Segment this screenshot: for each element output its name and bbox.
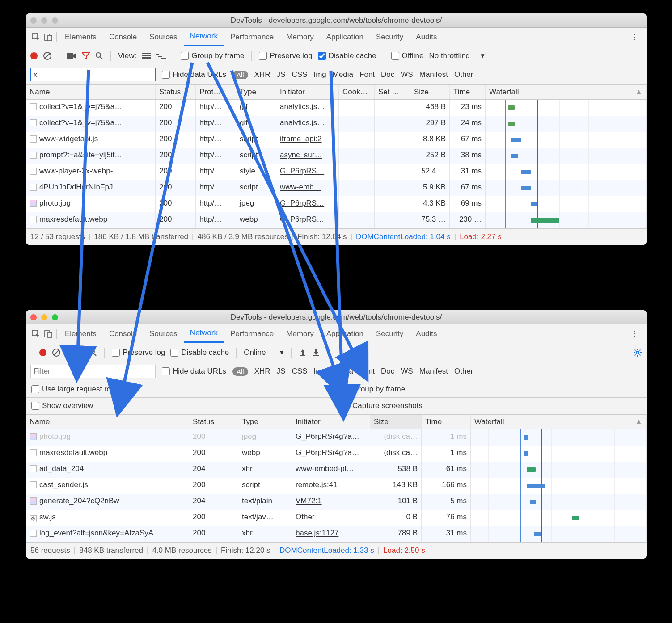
table-row[interactable]: prompt?t=a&site=ylj5if…200http/…scriptas… (26, 148, 647, 164)
device-icon[interactable] (42, 328, 55, 340)
filter-type-js[interactable]: JS (277, 70, 286, 79)
group-by-frame-checkbox[interactable]: Group by frame (181, 51, 244, 60)
tab-console[interactable]: Console (103, 324, 143, 343)
filter-type-img[interactable]: Img (313, 70, 326, 79)
filter-type-ws[interactable]: WS (401, 70, 413, 79)
table-row[interactable]: cast_sender.js200scriptremote.js:41143 K… (26, 478, 647, 494)
tab-elements[interactable]: Elements (59, 28, 103, 46)
column-waterfall[interactable]: Waterfall▲ (486, 85, 647, 99)
table-row[interactable]: sw.js200text/jav…Other0 B76 ms (26, 510, 647, 526)
table-row[interactable]: photo.jpg200jpegG_P6rpRSr4g?a…(disk ca…1… (26, 429, 647, 446)
table-row[interactable]: www-player-2x-webp-…200http/…style…G_P6r… (26, 164, 647, 180)
column-waterfall[interactable]: Waterfall▲ (471, 415, 647, 429)
filter-type-font[interactable]: Font (359, 70, 375, 79)
inspect-icon[interactable] (30, 328, 42, 340)
traffic-lights[interactable] (30, 314, 58, 320)
filter-type-media[interactable]: Media (333, 367, 353, 376)
minimize-icon[interactable] (41, 17, 47, 24)
hide-data-urls-checkbox[interactable]: Hide data URLs (162, 70, 226, 79)
tab-sources[interactable]: Sources (143, 324, 183, 343)
column-type[interactable]: Type (236, 85, 276, 99)
throttling-select[interactable]: No throttling▾ (429, 51, 485, 60)
table-row[interactable]: maxresdefault.webp200http/…webpG_P6rpRS…… (26, 212, 647, 228)
table-row[interactable]: generate_204?cQ2nBw204text/plainVM72:110… (26, 494, 647, 510)
column-size[interactable]: Size (370, 415, 422, 429)
table-header[interactable]: NameStatusTypeInitiatorSizeTimeWaterfall… (26, 414, 647, 429)
filter-type-font[interactable]: Font (359, 367, 375, 376)
zoom-icon[interactable] (52, 314, 58, 320)
column-type[interactable]: Type (238, 415, 292, 429)
show-overview-checkbox[interactable]: Show overview (31, 401, 331, 410)
large-rows-icon[interactable] (142, 52, 151, 59)
column-time[interactable]: Time (450, 85, 486, 99)
close-icon[interactable] (30, 17, 37, 24)
table-header[interactable]: NameStatusProt…TypeInitiatorCook…Set …Si… (26, 84, 647, 100)
close-icon[interactable] (30, 314, 37, 320)
overview-icon[interactable] (156, 52, 166, 59)
search-icon[interactable] (89, 349, 97, 357)
table-row[interactable]: collect?v=1&_v=j75&a…200http/…gifanalyti… (26, 100, 647, 116)
table-row[interactable]: photo.jpg200http/…jpegG_P6rpRS…4.3 KB69 … (26, 196, 647, 212)
throttling-select[interactable]: Online▾ (244, 348, 284, 357)
table-row[interactable]: collect?v=1&_v=j75&a…200http/…gifanalyti… (26, 116, 647, 132)
titlebar[interactable]: DevTools - developers.google.com/web/too… (26, 310, 647, 324)
offline-checkbox[interactable]: Offline (391, 51, 424, 60)
column-time[interactable]: Time (422, 415, 471, 429)
filter-type-xhr[interactable]: XHR (254, 70, 270, 79)
tab-application[interactable]: Application (320, 28, 370, 46)
camera-icon[interactable] (67, 52, 76, 59)
titlebar[interactable]: DevTools - developers.google.com/web/too… (26, 13, 647, 28)
kebab-icon[interactable]: ⋮ (626, 329, 643, 338)
column-name[interactable]: Name (26, 415, 189, 429)
clear-icon[interactable] (52, 348, 61, 357)
filter-type-doc[interactable]: Doc (381, 367, 394, 376)
filter-icon[interactable] (76, 349, 84, 357)
download-icon[interactable] (312, 349, 320, 357)
disable-cache-checkbox[interactable]: Disable cache (318, 51, 376, 60)
upload-icon[interactable] (299, 349, 307, 357)
filter-type-doc[interactable]: Doc (381, 70, 394, 79)
tab-application[interactable]: Application (320, 324, 370, 343)
tab-performance[interactable]: Performance (224, 28, 280, 46)
tab-audits[interactable]: Audits (410, 28, 443, 46)
column-name[interactable]: Name (26, 85, 156, 99)
large-rows-checkbox[interactable]: Use large request rows (31, 385, 331, 394)
column-prot[interactable]: Prot… (196, 85, 236, 99)
column-size[interactable]: Size (410, 85, 450, 99)
filter-type-all[interactable]: All (232, 367, 248, 376)
group-by-frame-checkbox[interactable]: Group by frame (342, 385, 641, 394)
filter-icon[interactable] (82, 52, 90, 60)
filter-type-manifest[interactable]: Manifest (419, 70, 448, 79)
tab-sources[interactable]: Sources (143, 28, 183, 46)
tab-audits[interactable]: Audits (410, 324, 443, 343)
column-initiator[interactable]: Initiator (292, 415, 370, 429)
filter-input[interactable] (30, 365, 156, 378)
tab-console[interactable]: Console (103, 28, 143, 46)
tab-security[interactable]: Security (370, 28, 410, 46)
filter-type-img[interactable]: Img (313, 367, 326, 376)
filter-type-ws[interactable]: WS (401, 367, 413, 376)
column-status[interactable]: Status (156, 85, 196, 99)
traffic-lights[interactable] (30, 17, 58, 24)
preserve-log-checkbox[interactable]: Preserve log (112, 348, 165, 357)
filter-type-other[interactable]: Other (454, 367, 473, 376)
tab-security[interactable]: Security (370, 324, 410, 343)
zoom-icon[interactable] (52, 17, 58, 24)
filter-type-media[interactable]: Media (333, 70, 353, 79)
tab-network[interactable]: Network (184, 324, 224, 343)
tab-memory[interactable]: Memory (280, 28, 320, 46)
inspect-icon[interactable] (30, 31, 42, 43)
filter-type-css[interactable]: CSS (292, 367, 307, 376)
minimize-icon[interactable] (41, 314, 47, 320)
table-row[interactable]: www-widgetapi.js200http/…scriptiframe_ap… (26, 132, 647, 148)
filter-type-css[interactable]: CSS (292, 70, 307, 79)
filter-type-other[interactable]: Other (454, 70, 473, 79)
filter-type-xhr[interactable]: XHR (254, 367, 270, 376)
kebab-icon[interactable]: ⋮ (626, 32, 643, 42)
column-cook[interactable]: Cook… (339, 85, 375, 99)
table-row[interactable]: maxresdefault.webp200webpG_P6rpRSr4g?a…(… (26, 446, 647, 462)
column-initiator[interactable]: Initiator (276, 85, 339, 99)
column-set[interactable]: Set … (375, 85, 410, 99)
tab-memory[interactable]: Memory (280, 324, 320, 343)
tab-network[interactable]: Network (184, 28, 224, 46)
